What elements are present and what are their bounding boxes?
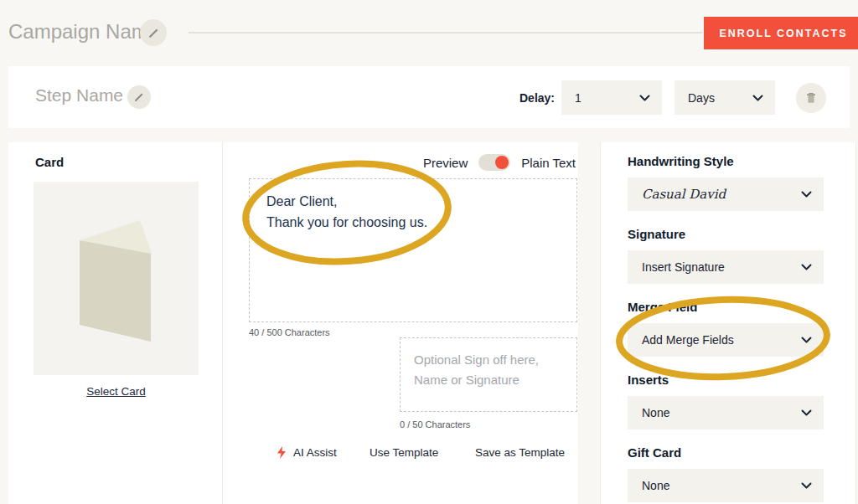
campaign-builder-page: Campaign Name ENROLL CONTACTS Step Name … — [0, 0, 858, 504]
handwriting-style-section: Handwriting Style Casual David — [628, 154, 824, 211]
handwriting-style-label: Handwriting Style — [628, 154, 824, 169]
message-character-counter: 40 / 500 Characters — [249, 327, 330, 337]
delay-label: Delay: — [519, 91, 555, 105]
trash-icon — [806, 92, 816, 104]
signature-select[interactable]: Insert Signature — [628, 250, 824, 284]
pencil-icon — [134, 92, 144, 102]
plain-text-label: Plain Text — [521, 156, 576, 170]
inserts-label: Inserts — [628, 373, 824, 388]
message-line: Thank you for choosing us. — [266, 212, 560, 233]
chevron-down-icon — [639, 95, 650, 101]
preview-mode-row: Preview Plain Text — [423, 154, 576, 171]
merge-field-section: Merge Field Add Merge Fields — [628, 300, 824, 357]
delete-step-button[interactable] — [796, 83, 826, 113]
enroll-contacts-button[interactable]: ENROLL CONTACTS — [704, 17, 858, 49]
column-divider — [222, 142, 223, 504]
edit-campaign-name-button[interactable] — [140, 19, 167, 46]
card-preview[interactable] — [34, 182, 199, 375]
message-line: Dear Client, — [266, 191, 560, 212]
save-as-template-label: Save as Template — [475, 446, 565, 459]
select-card-link[interactable]: Select Card — [34, 385, 199, 398]
use-template-label: Use Template — [370, 446, 438, 459]
delay-unit-select[interactable]: Days — [675, 80, 775, 115]
step-name-title: Step Name — [35, 85, 123, 105]
signature-label: Signature — [628, 227, 824, 242]
chevron-down-icon — [801, 482, 812, 489]
campaign-name-title: Campaign Name — [8, 20, 159, 44]
merge-field-select[interactable]: Add Merge Fields — [628, 323, 824, 357]
pencil-icon — [148, 28, 159, 39]
chevron-down-icon — [801, 409, 812, 416]
edit-step-name-button[interactable] — [127, 85, 151, 109]
preview-label: Preview — [423, 156, 468, 170]
signoff-character-counter: 0 / 50 Characters — [400, 419, 470, 429]
ai-assist-button[interactable]: AI Assist — [277, 446, 337, 459]
chevron-down-icon — [801, 264, 812, 270]
delay-unit-value: Days — [688, 91, 715, 105]
signoff-placeholder: Name or Signature — [414, 370, 563, 390]
delay-value: 1 — [575, 91, 581, 105]
inserts-section: Inserts None — [628, 373, 824, 429]
card-settings-panel: Handwriting Style Casual David Signature… — [600, 142, 856, 504]
gift-card-select[interactable]: None — [628, 469, 824, 502]
message-input[interactable]: Dear Client, Thank you for choosing us. — [249, 178, 577, 322]
chevron-down-icon — [801, 191, 812, 198]
delay-value-select[interactable]: 1 — [561, 80, 662, 115]
header-divider-line — [189, 32, 702, 33]
gift-card-section: Gift Card None — [628, 445, 824, 502]
inserts-value: None — [642, 406, 669, 419]
message-editor-card: Card Select Card Preview Plain Text Dear… — [8, 142, 578, 504]
chevron-down-icon — [801, 337, 812, 343]
use-template-button[interactable]: Use Template — [370, 446, 438, 459]
folded-card-illustration — [34, 182, 199, 375]
step-bar: Step Name Delay: 1 Days — [8, 66, 850, 128]
merge-field-label: Merge Field — [628, 300, 824, 315]
gift-card-value: None — [642, 479, 669, 492]
toggle-knob — [495, 156, 509, 169]
ai-assist-label: AI Assist — [293, 446, 337, 459]
inserts-select[interactable]: None — [628, 396, 824, 429]
signoff-input[interactable]: Optional Sign off here, Name or Signatur… — [400, 337, 577, 412]
signoff-placeholder: Optional Sign off here, — [414, 350, 563, 370]
card-section-heading: Card — [35, 155, 64, 169]
gift-card-label: Gift Card — [628, 445, 824, 460]
merge-field-value: Add Merge Fields — [642, 333, 734, 347]
signature-value: Insert Signature — [642, 260, 725, 274]
handwriting-style-value: Casual David — [642, 187, 726, 202]
chevron-down-icon — [752, 95, 763, 101]
lightning-icon — [277, 446, 287, 459]
save-as-template-button[interactable]: Save as Template — [475, 446, 565, 459]
preview-plaintext-toggle[interactable] — [478, 154, 510, 171]
handwriting-style-select[interactable]: Casual David — [628, 177, 824, 211]
signature-section: Signature Insert Signature — [628, 227, 824, 284]
